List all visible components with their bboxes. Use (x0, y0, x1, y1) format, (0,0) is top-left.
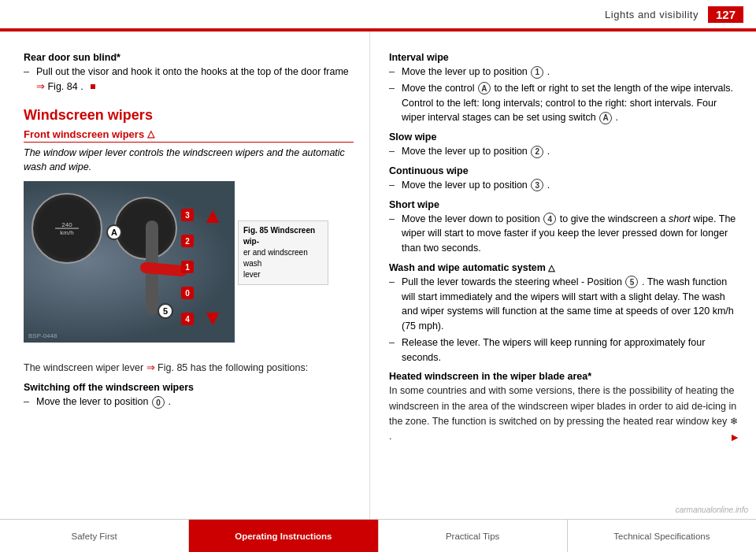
interval-bullet2-pre: Move the control (402, 83, 477, 94)
fig-ref-text: The windscreen wiper lever ⇒ Fig. 85 has… (24, 361, 354, 376)
footer-safety[interactable]: Safety First (0, 520, 189, 552)
rear-door-bullet: – Pull out the visor and hook it onto th… (24, 65, 354, 94)
footer: Safety First Operating Instructions Prac… (0, 519, 756, 552)
short-italic: short (669, 213, 691, 224)
wiper-description: The window wiper lever controls the wind… (24, 146, 354, 176)
short-wipe-pre: Move the lever down to position (402, 213, 543, 224)
pos-1-circle: 1 (531, 66, 543, 79)
rear-door-section: Rear door sun blind* – Pull out the viso… (24, 52, 354, 94)
footer-safety-label: Safety First (72, 532, 117, 541)
wash-bullet1-pre: Pull the lever towards the steering whee… (402, 276, 624, 287)
page-number: 127 (708, 6, 743, 23)
heated-text: In some countries and with some versions… (389, 383, 740, 445)
right-column: Interval wipe – Move the lever up to pos… (370, 31, 756, 521)
pos-0-badge: 0 (181, 287, 194, 299)
short-wipe-bullet: – Move the lever down to position 4 to g… (389, 212, 740, 256)
speedometer: 240 km/h (32, 193, 102, 264)
heated-heading: Heated windscreen in the wiper blade are… (389, 371, 740, 382)
fig-caption-line3: lever (243, 269, 323, 280)
interval-wipe-bullet1: – Move the lever up to position 1 . (389, 65, 740, 80)
fig-caption-line2: er and windscreen wash (243, 247, 323, 269)
wash-icon: △ (548, 263, 554, 272)
front-wipers-label: Front windscreen wipers (24, 128, 144, 140)
front-wipers-subheading: Front windscreen wipers △ (24, 128, 354, 143)
up-arrow: ▲ (202, 203, 224, 228)
pos-2-circle: 2 (531, 146, 543, 158)
image-code: BSP-0448 (28, 332, 57, 339)
wash-wipe-bullet1: – Pull the lever towards the steering wh… (389, 275, 740, 334)
slow-wipe-bullet: – Move the lever up to position 2 . (389, 144, 740, 159)
footer-practical-label: Practical Tips (446, 532, 499, 541)
figure-container: 240 km/h 3 2 1 0 (24, 181, 354, 354)
main-content: Rear door sun blind* – Pull out the viso… (0, 31, 756, 521)
switching-off-bullet: – Move the lever to position 0 . (24, 395, 354, 409)
footer-practical[interactable]: Practical Tips (379, 520, 568, 552)
header-title: Lights and visibility (605, 9, 699, 20)
pos-1-badge: 1 (181, 261, 194, 273)
short-wipe-heading: Short wipe (389, 199, 740, 210)
interval-bullet1-pre: Move the lever up to position (402, 66, 530, 77)
dashboard-background: 240 km/h 3 2 1 0 (24, 181, 235, 343)
fig-caption-title: Fig. 85 Windscreen wip- (243, 225, 323, 247)
fig-ref-suffix: has the following positions: (191, 362, 308, 373)
label-a-circle: A (106, 224, 122, 240)
switching-off-heading: Switching off the windscreen wipers (24, 382, 354, 393)
fig-ref-pre: The windscreen wiper lever (24, 362, 146, 373)
fig-ref-num: Fig. 85 (158, 362, 191, 373)
wiper-icon: △ (147, 128, 154, 139)
snowflake-icon: ❄ (730, 416, 738, 427)
pos-3-badge: 3 (181, 209, 194, 221)
windscreen-heading: Windscreen wipers (24, 107, 354, 124)
down-arrow: ▼ (202, 306, 224, 331)
continuous-wipe-heading: Continuous wipe (389, 165, 740, 176)
red-square-indicator (91, 84, 95, 89)
figure-image: 240 km/h 3 2 1 0 (24, 181, 235, 343)
footer-operating[interactable]: Operating Instructions (189, 520, 378, 552)
rear-door-ref: Fig. 84 (47, 81, 77, 92)
footer-operating-label: Operating Instructions (235, 532, 332, 541)
pos-2-badge: 2 (181, 235, 194, 247)
pos-3-circle: 3 (531, 179, 543, 191)
footer-technical[interactable]: Technical Specifications (568, 520, 756, 552)
label-5-circle: 5 (158, 303, 173, 319)
letter-a-circle-2: A (599, 112, 612, 124)
page-header: Lights and visibility 127 (0, 0, 756, 30)
continuous-wipe-bullet: – Move the lever up to position 3 . (389, 178, 740, 193)
continuous-wipe-pre: Move the lever up to position (402, 180, 530, 191)
wash-wipe-bullet2: – Release the lever. The wipers will kee… (389, 335, 740, 365)
continue-arrow: ► (729, 429, 740, 446)
footer-technical-label: Technical Specifications (613, 532, 710, 541)
interval-wipe-bullet2: – Move the control A to the left or righ… (389, 81, 740, 125)
rear-door-arrow: ⇒ (36, 81, 45, 92)
wash-bullet2-text: Release the lever. The wipers will keep … (402, 335, 740, 365)
pos-0-circle: 0 (152, 396, 165, 409)
letter-a-circle-1: A (478, 82, 491, 94)
rear-door-heading: Rear door sun blind* (24, 52, 354, 63)
left-column: Rear door sun blind* – Pull out the viso… (0, 31, 370, 521)
pos-4-circle: 4 (543, 213, 556, 225)
pos-5-circle: 5 (625, 276, 638, 288)
interval-wipe-heading: Interval wipe (389, 52, 740, 63)
watermark: carmanualonline.info (676, 506, 748, 514)
wash-wipe-heading: Wash and wipe automatic system △ (389, 262, 740, 273)
fig-caption: Fig. 85 Windscreen wip- er and windscree… (238, 220, 328, 285)
slow-wipe-pre: Move the lever up to position (402, 146, 530, 157)
pos-4-badge: 4 (181, 313, 194, 325)
slow-wipe-heading: Slow wipe (389, 132, 740, 143)
fig-ref-arrow: ⇒ (146, 362, 155, 373)
switching-off-text: Move the lever to position (36, 396, 151, 407)
rear-door-text: Pull out the visor and hook it onto the … (36, 66, 349, 77)
